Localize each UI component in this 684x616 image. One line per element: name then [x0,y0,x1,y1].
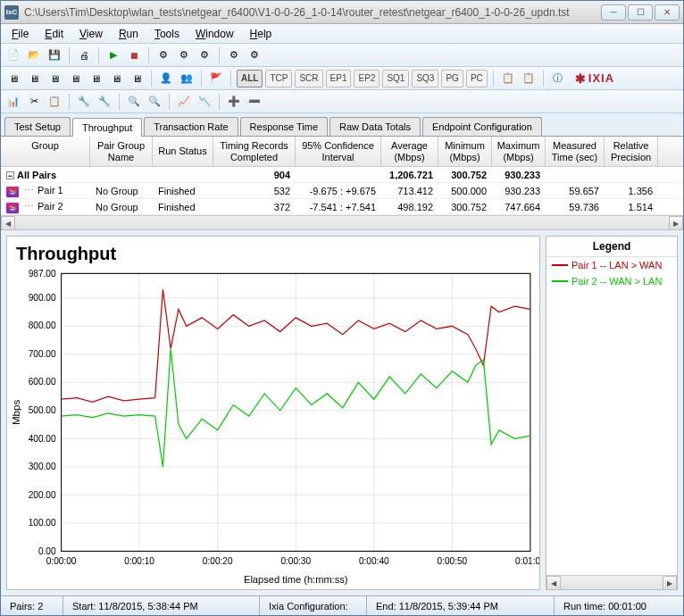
info-icon[interactable]: ⓘ [549,70,567,87]
run-icon[interactable]: ▶ [104,46,122,64]
tool-icon-1[interactable]: ⚙ [154,46,172,64]
legend-item[interactable]: Pair 1 -- LAN > WAN [546,257,677,273]
filter-tcp-button[interactable]: TCP [265,70,292,87]
filter-scr-button[interactable]: SCR [295,70,322,87]
filter-ep2-button[interactable]: EP2 [354,70,380,87]
table-row[interactable]: 📚⋯Pair 1No GroupFinished532-9.675 : +9.6… [1,183,683,199]
menu-file[interactable]: File [4,26,36,42]
grid-scrollbar-horizontal[interactable]: ◀ ▶ [1,215,683,229]
col-relative-precision[interactable]: Relative Precision [605,137,658,166]
filter-ep1-button[interactable]: EP1 [326,70,352,87]
svg-text:0:00:40: 0:00:40 [359,556,389,566]
legend-item[interactable]: Pair 2 -- WAN > LAN [546,273,677,289]
menu-run[interactable]: Run [112,26,146,42]
svg-text:0:00:30: 0:00:30 [280,556,311,566]
tool-icon-3[interactable]: ⚙ [196,46,213,64]
col-measured-time[interactable]: Measured Time (sec) [546,137,605,166]
svg-text:400.00: 400.00 [29,434,56,444]
menu-tools[interactable]: Tools [147,26,187,42]
svg-text:Elapsed time (h:mm:ss): Elapsed time (h:mm:ss) [244,574,348,585]
toolbar-1: 📄 📂 💾 🖨 ▶ ⏹ ⚙ ⚙ ⚙ ⚙ ⚙ [1,44,683,67]
tool-icon-2[interactable]: ⚙ [175,46,193,64]
col-pair-group[interactable]: Pair Group Name [90,137,153,166]
net-icon-1[interactable]: 🖥 [4,70,22,87]
tool-icon-4[interactable]: ⚙ [225,46,243,64]
filter-all-button[interactable]: ALL [237,70,263,87]
scroll-track[interactable] [15,216,669,229]
svg-text:0:00:50: 0:00:50 [438,556,468,566]
table-row[interactable]: 📚⋯Pair 2No GroupFinished372-7.541 : +7.5… [1,199,683,215]
col-run-status[interactable]: Run Status [153,137,213,166]
tabbar: Test Setup Throughput Transaction Rate R… [1,113,683,137]
filter-pc-button[interactable]: PC [466,70,488,87]
svg-text:500.00: 500.00 [29,405,56,415]
misc-icon-3[interactable]: 📋 [46,93,63,111]
filter-pg-button[interactable]: PG [441,70,463,87]
misc-icon-11[interactable]: ➖ [246,93,263,111]
filter-sq3-button[interactable]: SQ3 [412,70,438,87]
menu-edit[interactable]: Edit [38,26,71,42]
tab-raw-data-totals[interactable]: Raw Data Totals [329,117,421,136]
net-icon-2[interactable]: 🖥 [25,70,43,87]
col-maximum[interactable]: Maximum (Mbps) [492,137,546,166]
throughput-chart: 0.00100.00200.00300.00400.00500.00600.00… [7,268,539,589]
tab-test-setup[interactable]: Test Setup [4,117,71,136]
status-config: Ixia Configuration: [260,596,367,615]
user-icon-2[interactable]: 👥 [178,70,196,87]
chart-panel: Throughput 0.00100.00200.00300.00400.005… [6,236,540,590]
titlebar: IxC C:\Users\Tim\Desktop\wlan_tests\netg… [1,1,683,24]
toolbar-2: 🖥 🖥 🖥 🖥 🖥 🖥 🖥 👤 👥 🚩 ALL TCP SCR EP1 EP2 … [1,67,683,90]
open-icon[interactable]: 📂 [25,46,43,64]
legend-scroll-left-icon[interactable]: ◀ [546,576,561,590]
misc-icon-2[interactable]: ✂ [25,93,43,111]
menu-window[interactable]: Window [188,26,241,42]
misc-icon-9[interactable]: 📉 [196,93,213,111]
stop-icon[interactable]: ⏹ [125,46,143,64]
misc-icon-7[interactable]: 🔍 [146,93,163,111]
legend-scrollbar[interactable]: ◀ ▶ [546,575,677,589]
net-icon-3[interactable]: 🖥 [46,70,63,87]
net-icon-6[interactable]: 🖥 [107,70,125,87]
print-icon[interactable]: 🖨 [75,46,93,64]
minimize-button[interactable]: ─ [601,4,626,21]
status-start: Start: 11/8/2015, 5:38:44 PM [63,596,260,615]
menu-help[interactable]: Help [243,26,279,42]
new-icon[interactable]: 📄 [4,46,22,64]
user-icon-1[interactable]: 👤 [157,70,175,87]
tool-icon-5[interactable]: ⚙ [246,46,263,64]
misc-icon-5[interactable]: 🔧 [96,93,113,111]
svg-text:600.00: 600.00 [29,378,56,387]
net-icon-7[interactable]: 🖥 [128,70,146,87]
svg-text:900.00: 900.00 [29,293,56,303]
table-row[interactable]: −All Pairs9041,206.721300.752930.233 [1,167,683,183]
col-average[interactable]: Average (Mbps) [381,137,438,166]
col-group[interactable]: Group [1,137,90,166]
flag-icon[interactable]: 🚩 [207,70,225,87]
misc-icon-6[interactable]: 🔍 [125,93,143,111]
net-icon-5[interactable]: 🖥 [87,70,104,87]
tab-response-time[interactable]: Response Time [240,117,328,136]
net-icon-4[interactable]: 🖥 [66,70,84,87]
misc-icon-8[interactable]: 📈 [175,93,193,111]
statusbar: Pairs: 2 Start: 11/8/2015, 5:38:44 PM Ix… [1,595,683,615]
save-icon[interactable]: 💾 [46,46,63,64]
menubar: File Edit View Run Tools Window Help [1,24,683,44]
doc-icon-2[interactable]: 📋 [520,70,538,87]
tab-throughput[interactable]: Throughput [72,118,142,137]
col-timing[interactable]: Timing Records Completed [213,137,296,166]
filter-sq1-button[interactable]: SQ1 [382,70,409,87]
close-button[interactable]: ✕ [655,4,680,21]
col-confidence[interactable]: 95% Confidence Interval [296,137,381,166]
tab-transaction-rate[interactable]: Transaction Rate [144,117,238,136]
menu-view[interactable]: View [72,26,110,42]
scroll-right-icon[interactable]: ▶ [669,216,683,230]
doc-icon-1[interactable]: 📋 [499,70,517,87]
misc-icon-10[interactable]: ➕ [225,93,243,111]
tab-endpoint-config[interactable]: Endpoint Configuration [422,117,542,136]
maximize-button[interactable]: ☐ [628,4,653,21]
legend-scroll-right-icon[interactable]: ▶ [663,576,677,590]
col-minimum[interactable]: Minimum (Mbps) [438,137,492,166]
scroll-left-icon[interactable]: ◀ [1,216,15,230]
misc-icon-1[interactable]: 📊 [4,93,22,111]
misc-icon-4[interactable]: 🔧 [75,93,93,111]
